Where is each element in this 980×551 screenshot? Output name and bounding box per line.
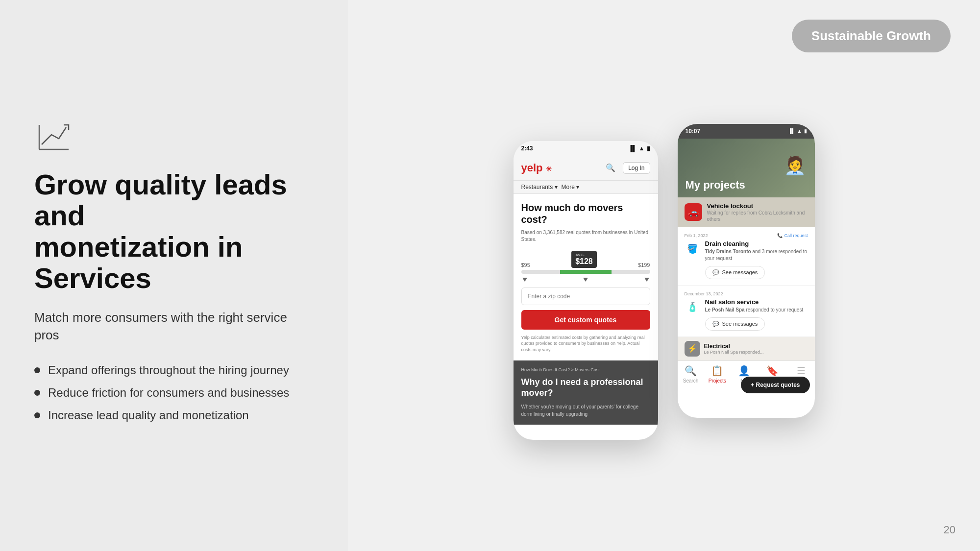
main-title: Grow quality leads and monetization in S…	[34, 169, 314, 294]
more-nav-item[interactable]: More ▾	[562, 184, 580, 191]
wifi-icon-2: ▲	[797, 128, 802, 134]
login-button[interactable]: Log In	[623, 162, 650, 174]
drain-title: Drain cleaning	[705, 240, 808, 247]
status-time-1: 2:43	[521, 145, 533, 152]
chart-icon	[34, 120, 74, 154]
get-quotes-button[interactable]: Get custom quotes	[521, 310, 650, 330]
vehicle-info: Vehicle lockout Waiting for replies from…	[707, 202, 808, 222]
see-messages-btn-2[interactable]: 💬 See messages	[705, 317, 765, 331]
car-icon: 🚗	[685, 203, 702, 221]
battery-icon-2: ▮	[804, 128, 807, 134]
list-item: Increase lead quality and monetization	[34, 408, 314, 422]
electrical-card: ⚡ Electrical Le Posh Nail Spa responded.…	[678, 337, 815, 360]
electrical-icon: ⚡	[685, 341, 700, 357]
yelp-header-right: 🔍 Log In	[603, 161, 650, 175]
vehicle-title: Vehicle lockout	[707, 202, 808, 210]
phone2-header: My projects 🧑‍💼	[678, 139, 815, 197]
me-nav-icon: 👤	[738, 365, 750, 377]
price-track	[521, 270, 650, 274]
signal-icon-2: ▐▌	[788, 128, 795, 134]
price-bar: $95 AVG. $128 $199	[521, 251, 650, 282]
page-number: 20	[944, 524, 956, 536]
drain-cleaning-content: Drain cleaning Tidy Drains Toronto and 3…	[705, 240, 808, 279]
price-high: $199	[638, 262, 650, 268]
see-messages-btn-1[interactable]: 💬 See messages	[705, 266, 765, 279]
yelp-header: yelp ✳ 🔍 Log In	[514, 156, 658, 181]
call-request-badge: 📞 Call request	[777, 233, 808, 238]
electrical-title: Electrical	[704, 343, 808, 350]
bullet-dot	[34, 390, 40, 396]
nail-salon-item: December 13, 2022 🧴 Nail salon service L…	[678, 286, 815, 337]
projects-nav-icon: 📋	[711, 365, 723, 377]
wifi-icon: ▲	[639, 145, 645, 152]
more-nav-icon: ☰	[797, 365, 806, 377]
message-icon-2: 💬	[712, 321, 719, 327]
cost-title: How much do movers cost?	[521, 202, 650, 225]
drain-desc: Tidy Drains Toronto and 3 more responded…	[705, 248, 808, 262]
collections-nav-icon: 🔖	[766, 365, 779, 377]
yelp-disclaimer: Yelp calculates estimated costs by gathe…	[521, 335, 650, 353]
vehicle-lockout-card[interactable]: 🚗 Vehicle lockout Waiting for replies fr…	[678, 197, 815, 227]
breadcrumb: How Much Does It Cost? > Movers Cost	[521, 367, 650, 372]
status-bar-1: 2:43 ▐▌ ▲ ▮	[514, 141, 658, 156]
electrical-info: Electrical Le Posh Nail Spa responded...	[704, 343, 808, 355]
nav-search[interactable]: 🔍 Search	[681, 365, 701, 383]
search-nav-icon: 🔍	[685, 365, 697, 377]
nail-icon: 🧴	[685, 299, 700, 315]
price-indicator-high	[644, 278, 649, 282]
status-time-2: 10:07	[686, 128, 701, 135]
status-bar-2: 10:07 ▐▌ ▲ ▮	[678, 124, 815, 139]
drain-icon: 🪣	[685, 241, 700, 257]
vehicle-subtitle: Waiting for replies from Cobra Locksmith…	[707, 210, 808, 222]
bullet-dot	[34, 412, 40, 418]
right-panel: Sustainable Growth 2:43 ▐▌ ▲ ▮ yelp ✳ 🔍 …	[348, 0, 980, 551]
nail-salon-content: Nail salon service Le Posh Nail Spa resp…	[705, 298, 808, 331]
drain-date: Feb 1, 2022	[685, 233, 708, 238]
zip-input[interactable]	[521, 287, 650, 305]
nail-title: Nail salon service	[705, 298, 808, 306]
left-panel: Grow quality leads and monetization in S…	[0, 0, 348, 551]
avg-badge: AVG. $128	[571, 251, 597, 268]
status-icons-1: ▐▌ ▲ ▮	[629, 145, 650, 152]
project-items: Feb 1, 2022 📞 Call request 🪣 Drain clean…	[678, 227, 815, 360]
price-indicator-low	[522, 278, 527, 282]
list-item: Expand offerings throughout the hiring j…	[34, 363, 314, 377]
battery-icon: ▮	[647, 145, 650, 152]
phone-icon: 📞	[777, 233, 783, 238]
nail-date: December 13, 2022	[685, 291, 723, 296]
bullet-dot	[34, 367, 40, 373]
nail-salon-header: December 13, 2022	[685, 291, 808, 296]
my-projects-title: My projects	[686, 179, 745, 192]
restaurants-nav-item[interactable]: Restaurants ▾	[521, 184, 558, 191]
search-icon[interactable]: 🔍	[603, 161, 618, 175]
status-icons-2: ▐▌ ▲ ▮	[788, 128, 807, 134]
why-text: Whether you're moving out of your parent…	[521, 403, 650, 418]
electrical-desc: Le Posh Nail Spa responded...	[704, 350, 808, 355]
list-item: Reduce friction for consumers and busine…	[34, 386, 314, 400]
price-low: $95	[521, 262, 530, 268]
drain-cleaning-header: Feb 1, 2022 📞 Call request	[685, 233, 808, 238]
price-indicators	[521, 278, 650, 282]
cost-content: How much do movers cost? Based on 3,361,…	[514, 194, 658, 361]
why-section: How Much Does It Cost? > Movers Cost Why…	[514, 360, 658, 425]
signal-icon: ▐▌	[629, 145, 637, 152]
sustainable-growth-button[interactable]: Sustainable Growth	[792, 20, 951, 52]
request-quotes-button[interactable]: + Request quotes	[741, 377, 809, 393]
nail-salon-body: 🧴 Nail salon service Le Posh Nail Spa re…	[685, 298, 808, 331]
bullet-list: Expand offerings throughout the hiring j…	[34, 363, 314, 431]
phone1-mockup: 2:43 ▐▌ ▲ ▮ yelp ✳ 🔍 Log In Restaurants …	[514, 141, 658, 440]
price-indicator-avg	[583, 278, 588, 282]
nail-desc: Le Posh Nail Spa responded to your reque…	[705, 307, 808, 313]
drain-cleaning-body: 🪣 Drain cleaning Tidy Drains Toronto and…	[685, 240, 808, 279]
drain-cleaning-item: Feb 1, 2022 📞 Call request 🪣 Drain clean…	[678, 227, 815, 286]
message-icon-1: 💬	[712, 269, 719, 276]
subtitle: Match more consumers with the right serv…	[34, 309, 314, 344]
nav-projects[interactable]: 📋 Projects	[708, 365, 727, 383]
yelp-nav: Restaurants ▾ More ▾	[514, 181, 658, 194]
why-title: Why do I need a professional mover?	[521, 377, 650, 398]
character-illustration: 🧑‍💼	[781, 144, 810, 188]
phone2-mockup: 10:07 ▐▌ ▲ ▮ My projects 🧑‍💼 🚗 Vehicle l…	[678, 124, 815, 418]
cost-subtitle: Based on 3,361,582 real quotes from busi…	[521, 229, 650, 243]
yelp-logo: yelp ✳	[521, 162, 552, 174]
